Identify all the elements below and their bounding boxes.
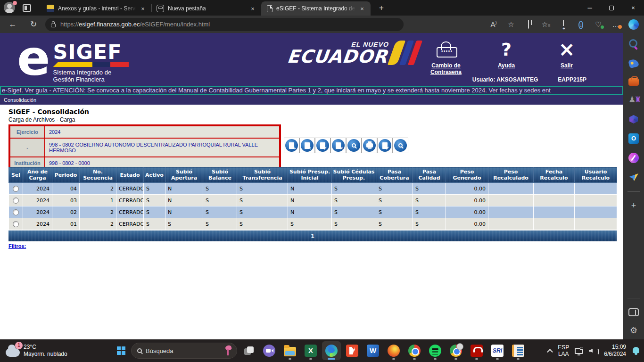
favorites-bar-icon[interactable]: ☆≡ xyxy=(541,20,551,29)
add-icon[interactable]: + xyxy=(628,201,639,211)
print-button[interactable] xyxy=(362,138,377,153)
browser-tab-2[interactable]: Nueva pestaña× xyxy=(152,1,261,16)
more-options-icon[interactable]: … xyxy=(611,20,620,28)
notepad-taskbar-icon[interactable] xyxy=(509,341,528,360)
cell: CERRADO xyxy=(116,218,144,230)
address-bar[interactable]: https://esigef.finanzas.gob.ec/eSIGEF/me… xyxy=(45,18,404,31)
close-button[interactable]: × xyxy=(622,0,644,16)
minimize-button[interactable]: ─ xyxy=(579,0,601,16)
document-shape: + xyxy=(289,142,294,149)
tray-overflow-chevron-icon[interactable] xyxy=(547,349,553,355)
browser-essentials-icon[interactable]: ♡ xyxy=(594,20,603,29)
browser-profile-button[interactable] xyxy=(4,2,16,14)
taskbar-search[interactable]: Búsqueda xyxy=(131,343,237,359)
split-screen-icon[interactable] xyxy=(524,20,533,28)
games-icon[interactable]: ♟♜ xyxy=(628,95,639,105)
nitro-pdf-taskbar-icon[interactable] xyxy=(343,341,362,360)
language-indicator[interactable]: ESPLAA xyxy=(558,344,569,357)
new-tab-button[interactable]: + xyxy=(375,2,388,14)
excel-taskbar-icon[interactable] xyxy=(301,341,320,360)
table-row: 2024022CERRADOSNSSNSSS0.00 xyxy=(9,206,617,218)
cell: S xyxy=(203,206,237,218)
copilot-icon[interactable] xyxy=(628,19,639,30)
firefox-taskbar-icon[interactable] xyxy=(384,341,403,360)
chat-taskbar-icon[interactable] xyxy=(260,341,279,360)
row-radio-button[interactable] xyxy=(13,197,19,204)
taskbar-center: Búsqueda xyxy=(113,339,528,362)
sidebar-toggle-icon[interactable] xyxy=(628,308,639,316)
drop-icon[interactable] xyxy=(628,172,639,182)
change-password-label: Cambio de Contraseña xyxy=(425,62,467,75)
read-aloud-icon[interactable]: A) xyxy=(489,20,498,28)
question-icon: ? xyxy=(501,39,512,60)
weather-widget[interactable]: 1 23°C Mayorm. nublado xyxy=(6,344,67,358)
notification-bell-icon[interactable] xyxy=(632,346,640,355)
change-password-button[interactable]: Cambio de Contraseña xyxy=(425,39,467,75)
sri-app-taskbar-icon[interactable] xyxy=(488,341,507,360)
outlook-icon[interactable] xyxy=(628,133,639,144)
page-number[interactable]: 1 xyxy=(311,232,314,239)
delete-file-button[interactable]: × xyxy=(330,138,346,153)
file-explorer-taskbar-icon[interactable] xyxy=(281,341,299,360)
task-view-taskbar-icon[interactable] xyxy=(239,341,258,360)
tab-title: Nueva pestaña xyxy=(168,5,246,12)
clock[interactable]: 15:096/6/2024 xyxy=(604,344,626,358)
tab-close-icon[interactable]: × xyxy=(249,5,256,12)
validate-document-button[interactable]: ✓ xyxy=(315,138,330,153)
m365-icon[interactable] xyxy=(628,114,639,124)
search-icon[interactable] xyxy=(628,39,639,49)
esigef-logo: e SIGEF Sistema Integrado de Gestión Fin… xyxy=(17,36,129,83)
cell: S xyxy=(288,218,332,230)
tab-close-icon[interactable]: × xyxy=(139,5,147,12)
cell: 2024 xyxy=(23,195,52,206)
downloads-icon[interactable]: ↓ xyxy=(576,20,586,29)
word-taskbar-icon[interactable] xyxy=(363,341,382,360)
collections-icon[interactable] xyxy=(559,20,568,28)
help-button[interactable]: ?Ayuda xyxy=(485,39,528,75)
menu-item-consolidacion[interactable]: Consolidación xyxy=(4,97,36,103)
chrome-taskbar-icon[interactable] xyxy=(405,341,424,360)
cell: 0.00 xyxy=(446,206,488,218)
network-icon[interactable] xyxy=(575,348,583,354)
back-button[interactable]: ← xyxy=(6,20,20,29)
refresh-button[interactable]: ↻ xyxy=(26,19,41,29)
designer-icon[interactable] xyxy=(628,153,639,163)
chrome-profile-taskbar-icon[interactable] xyxy=(446,341,465,360)
workspaces-icon[interactable] xyxy=(23,4,31,12)
edge-taskbar-icon[interactable] xyxy=(322,341,341,360)
column-header: Sel xyxy=(9,167,23,183)
filters-link[interactable]: Filtros: xyxy=(8,243,26,249)
doc-favicon-icon xyxy=(267,5,272,12)
restore-button[interactable] xyxy=(601,0,622,16)
row-radio-button[interactable] xyxy=(13,209,19,215)
volume-icon[interactable] xyxy=(589,347,598,354)
row-radio-button[interactable] xyxy=(13,221,19,227)
toolbox-icon[interactable] xyxy=(628,78,639,86)
search-query-button[interactable] xyxy=(393,138,408,153)
cell: S xyxy=(376,183,413,195)
site-security-lock-icon[interactable] xyxy=(51,24,56,27)
browser-tab-3[interactable]: eSIGEF - Sistema Integrado de G× xyxy=(261,1,371,16)
new-document-button[interactable]: + xyxy=(284,138,299,153)
favorite-star-icon[interactable]: ☆ xyxy=(506,20,516,29)
spotify-taskbar-icon[interactable] xyxy=(426,341,445,360)
exit-button[interactable]: ×Salir xyxy=(545,39,588,75)
start-button[interactable] xyxy=(113,343,129,359)
form-row-value[interactable]: 998 - 0802 GOBIERNO AUTONOMO DESCENTRALI… xyxy=(45,139,279,156)
approve-document-button[interactable]: ✓ xyxy=(377,138,393,153)
form-row-value[interactable]: 2024 xyxy=(45,126,279,138)
browser-tab-1[interactable]: Anexos y guías - intersri - Servici× xyxy=(42,1,151,16)
upload-file-button[interactable]: ↑ xyxy=(299,138,315,153)
shopping-icon[interactable] xyxy=(628,58,639,69)
url-host: esigef.finanzas.gob.ec xyxy=(79,21,140,28)
settings-icon[interactable]: ⚙ xyxy=(628,325,639,336)
upload-file-button-icon: ↑ xyxy=(301,139,314,152)
search-placeholder: Búsqueda xyxy=(146,347,220,354)
row-radio-button[interactable] xyxy=(13,186,19,192)
tab-close-icon[interactable]: × xyxy=(358,5,366,12)
cell: 2024 xyxy=(23,183,52,195)
acrobat-taskbar-icon[interactable] xyxy=(467,341,486,360)
preview-document-button[interactable] xyxy=(346,138,362,153)
window-controls: ─ × xyxy=(579,0,644,16)
cell: S xyxy=(203,183,237,195)
